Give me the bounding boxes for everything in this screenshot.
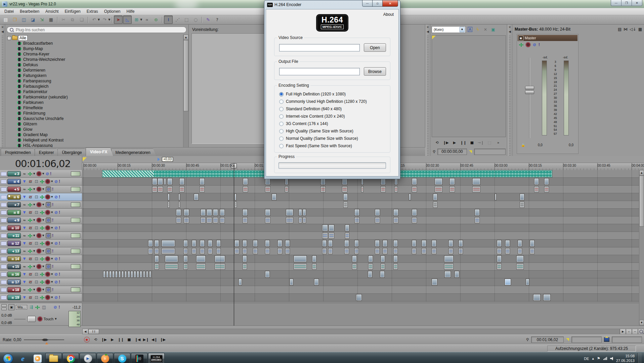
- track-header-4[interactable]: ▦4▼⧉⊡▼⊘!: [0, 178, 82, 186]
- video-event[interactable]: [344, 194, 348, 200]
- video-event[interactable]: [432, 279, 437, 285]
- video-event[interactable]: [394, 240, 398, 246]
- plugin-item[interactable]: Broadcastfarben: [5, 41, 183, 46]
- track-number-badge[interactable]: ▦16: [7, 272, 21, 277]
- menu-hilfe[interactable]: Hilfe: [124, 8, 138, 14]
- track-header-17[interactable]: ▦17▼⧉⊡▼⊘!: [0, 278, 82, 286]
- track-header-15[interactable]: ◀15≈▼▼⊘!: [0, 263, 82, 271]
- audio-event[interactable]: [265, 248, 269, 254]
- video-event[interactable]: [299, 209, 302, 215]
- compositing-mode-icon[interactable]: ⧉: [28, 210, 33, 214]
- audio-event[interactable]: [158, 187, 162, 192]
- audio-event[interactable]: [197, 264, 206, 269]
- track-lane-12[interactable]: [82, 240, 639, 247]
- track-fx-gear-icon[interactable]: [37, 171, 41, 176]
- dim-output-icon[interactable]: ◁↓: [630, 27, 636, 32]
- video-event[interactable]: [369, 256, 373, 262]
- mute-icon[interactable]: ⊘: [54, 195, 58, 199]
- downmix-icon[interactable]: ⋈: [624, 27, 628, 32]
- audio-event[interactable]: [412, 248, 416, 254]
- tab-videofx[interactable]: Video-FX: [86, 148, 113, 156]
- audio-event[interactable]: [294, 264, 306, 269]
- video-event[interactable]: [375, 240, 379, 246]
- plugin-item[interactable]: HSL-Anpassung: [5, 143, 183, 147]
- new-project-icon[interactable]: ▤: [1, 15, 10, 24]
- video-event[interactable]: [200, 240, 204, 246]
- video-event[interactable]: [137, 271, 139, 277]
- audio-event[interactable]: [200, 248, 204, 254]
- close-panel-icon[interactable]: ✕: [1, 26, 4, 29]
- video-event[interactable]: [290, 279, 293, 285]
- audio-event[interactable]: [395, 187, 397, 192]
- mute-icon[interactable]: ⊘: [53, 305, 57, 310]
- solo-icon[interactable]: !: [52, 264, 55, 269]
- track-header-19[interactable]: ▦19▼⧉⊡▼⊘!: [0, 294, 82, 301]
- audio-event[interactable]: [155, 264, 159, 269]
- mute-icon[interactable]: ⊘: [54, 295, 58, 300]
- track-lane-17[interactable]: [82, 278, 639, 286]
- selection-edit-icon[interactable]: ⬚: [182, 15, 191, 24]
- audio-event[interactable]: [394, 217, 398, 223]
- video-event[interactable]: [534, 178, 539, 185]
- bypass-motion-blur-icon[interactable]: ▼: [22, 296, 27, 299]
- track-header-5[interactable]: ◀5≈▼▼⊘!: [0, 186, 82, 193]
- audio-recorder[interactable]: ))): [131, 353, 147, 363]
- track-scope-icon[interactable]: [1, 242, 6, 245]
- video-event[interactable]: [149, 271, 151, 277]
- video-event[interactable]: [303, 209, 306, 215]
- audio-event[interactable]: [208, 248, 212, 254]
- video-event[interactable]: [201, 209, 205, 215]
- menu-extras[interactable]: Extras: [84, 8, 101, 14]
- zoom-out-icon[interactable]: −: [632, 329, 638, 334]
- video-event[interactable]: [544, 294, 550, 300]
- video-event[interactable]: [265, 271, 269, 277]
- video-event[interactable]: [285, 178, 288, 185]
- track-scope-icon[interactable]: [1, 249, 6, 253]
- plugin-item[interactable]: Chroma-Weichzeichner: [5, 57, 183, 62]
- audio-event[interactable]: [459, 248, 463, 254]
- audio-event[interactable]: [179, 202, 180, 207]
- clear-icon[interactable]: ✕: [482, 26, 489, 33]
- video-event[interactable]: [131, 271, 133, 277]
- audio-event[interactable]: [369, 264, 373, 269]
- track-number-badge[interactable]: ◀7: [7, 202, 21, 207]
- track-envelope-icon[interactable]: ≈: [22, 188, 27, 191]
- mute-icon[interactable]: ⊘: [54, 256, 58, 261]
- audio-event[interactable]: [506, 248, 510, 254]
- routing-icon[interactable]: ⇶: [29, 305, 34, 309]
- track-scope-icon[interactable]: [1, 188, 6, 191]
- video-event[interactable]: [533, 294, 540, 300]
- fader-icon[interactable]: [35, 306, 40, 309]
- video-event[interactable]: [383, 240, 387, 246]
- audio-event[interactable]: [243, 187, 248, 192]
- video-event[interactable]: [475, 209, 479, 215]
- track-number-badge[interactable]: ◀5: [7, 187, 21, 192]
- video-event[interactable]: [329, 225, 334, 231]
- video-event[interactable]: [235, 194, 236, 200]
- stop-button[interactable]: ■: [125, 336, 133, 343]
- track-scope-icon[interactable]: [1, 211, 6, 214]
- redo-icon[interactable]: ↷: [100, 15, 109, 24]
- make-compositing-child-icon[interactable]: ⊡: [34, 257, 39, 261]
- video-event[interactable]: [449, 240, 453, 246]
- solo-icon[interactable]: !: [52, 249, 55, 253]
- video-event[interactable]: [220, 209, 224, 215]
- audio-event[interactable]: [475, 217, 479, 223]
- track-fader-icon[interactable]: [40, 296, 44, 299]
- track-fader-icon[interactable]: [40, 257, 44, 261]
- solo-icon[interactable]: !: [52, 218, 55, 223]
- compositing-mode-icon[interactable]: ⧉: [28, 195, 33, 199]
- dropdown-caret-icon[interactable]: ▼: [140, 18, 142, 21]
- audio-event[interactable]: [243, 217, 247, 223]
- audio-event[interactable]: [344, 202, 348, 207]
- video-event[interactable]: [155, 240, 159, 246]
- video-event[interactable]: [208, 240, 212, 246]
- track-fx-gear-icon[interactable]: [37, 202, 41, 207]
- track-scope-icon[interactable]: [1, 280, 6, 284]
- bypass-motion-blur-icon[interactable]: ▼: [22, 180, 27, 183]
- rate-slider[interactable]: ◀◆▶: [24, 339, 64, 340]
- mute-icon[interactable]: ⊘: [54, 241, 58, 246]
- bypass-motion-blur-icon[interactable]: ▼: [22, 242, 27, 245]
- audio-event[interactable]: [449, 248, 453, 254]
- horizontal-scrollbar[interactable]: ❙❙: [88, 329, 620, 334]
